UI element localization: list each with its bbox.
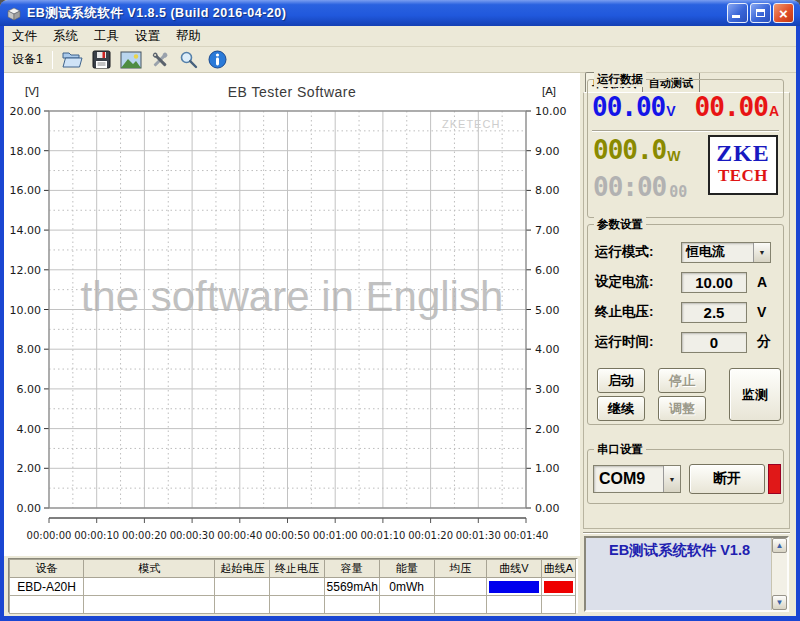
run-time-row: 运行时间: 0 分	[595, 331, 778, 353]
table-cell	[434, 578, 486, 596]
monitor-button[interactable]: 监测	[729, 368, 781, 421]
menu-system[interactable]: 系统	[45, 26, 86, 47]
chevron-down-icon[interactable]: ▼	[753, 243, 770, 262]
curve-color-swatch	[544, 581, 573, 593]
menu-tools[interactable]: 工具	[86, 26, 127, 47]
y-left-tick-label: 4.00	[17, 423, 42, 436]
x-tick-label: 00:00:50	[265, 530, 310, 541]
table-cell	[324, 596, 379, 614]
table-cell	[84, 578, 215, 596]
table-header-cell: 模式	[84, 560, 215, 578]
params-caption: 参数设置	[594, 217, 646, 232]
mode-row: 运行模式: 恒电流 ▼	[595, 241, 778, 263]
y-right-tick-label: 10.00	[535, 105, 567, 118]
com-port-value: COM9	[594, 470, 663, 488]
time-display: 00:0000	[593, 173, 687, 201]
set-current-row: 设定电流: 10.00 A	[595, 271, 778, 293]
table-header-cell: 能量	[379, 560, 434, 578]
menu-help[interactable]: 帮助	[168, 26, 209, 47]
scroll-up-icon[interactable]: ▲	[772, 538, 787, 553]
maximize-button[interactable]	[750, 3, 771, 23]
table-cell: 5569mAh	[324, 578, 379, 596]
x-tick-label: 00:00:40	[217, 530, 262, 541]
info-icon[interactable]	[207, 49, 229, 70]
y-right-tick-label: 3.00	[535, 383, 560, 396]
adjust-button[interactable]: 调整	[658, 396, 706, 421]
table-row[interactable]	[10, 596, 576, 614]
current-digits: 00.00	[695, 92, 768, 122]
app-icon	[6, 5, 22, 21]
power-digits: 000.0	[593, 136, 666, 164]
serial-caption: 串口设置	[594, 442, 646, 457]
y-left-tick-label: 0.00	[17, 502, 42, 515]
start-button[interactable]: 启动	[597, 368, 645, 393]
close-icon: ×	[779, 6, 788, 21]
cutoff-voltage-row: 终止电压: 2.5 V	[595, 301, 778, 323]
window-title: EB测试系统软件 V1.8.5 (Build 2016-04-20)	[27, 5, 286, 22]
table-cell	[486, 596, 541, 614]
close-button[interactable]: ×	[773, 3, 794, 23]
voltage-current-row: 00.00V 00.00A	[592, 93, 779, 121]
y-left-tick-label: 14.00	[10, 224, 42, 237]
device-table: 设备模式起始电压终止电压容量能量均压曲线V曲线AEBD-A20H5569mAh0…	[9, 559, 576, 614]
chevron-down-icon[interactable]: ▼	[663, 466, 680, 492]
table-header-cell: 设备	[10, 560, 84, 578]
cutoff-voltage-unit: V	[757, 304, 766, 320]
logo-tech-text: TECH	[710, 166, 776, 186]
info-scrollbar[interactable]: ▲ ▼	[771, 538, 787, 610]
y-right-tick-label: 4.00	[535, 343, 560, 356]
set-current-input[interactable]: 10.00	[681, 272, 747, 293]
minimize-button[interactable]	[727, 3, 748, 23]
disconnect-button[interactable]: 断开	[689, 464, 765, 494]
continue-button[interactable]: 继续	[597, 396, 645, 421]
table-cell	[434, 596, 486, 614]
table-cell	[84, 596, 215, 614]
x-tick-label: 00:00:10	[74, 530, 119, 541]
device-label: 设备1	[12, 51, 43, 68]
info-text: EB测试系统软件 V1.8	[592, 541, 767, 560]
table-cell	[541, 596, 575, 614]
set-current-unit: A	[757, 274, 767, 290]
time-small-digits: 00	[669, 183, 687, 201]
table-row[interactable]: EBD-A20H5569mAh0mWh	[10, 578, 576, 596]
table-cell	[379, 596, 434, 614]
right-panel: 单次测试 自动测试 运行数据 00.00V 00.00A 000.0W 00:0…	[583, 73, 792, 613]
current-unit: A	[769, 103, 779, 119]
table-cell	[270, 596, 324, 614]
table-cell	[215, 596, 270, 614]
x-tick-label: 00:01:00	[313, 530, 358, 541]
run-data-caption: 运行数据	[594, 72, 646, 87]
minimize-icon	[732, 15, 740, 18]
params-group: 参数设置 运行模式: 恒电流 ▼ 设定电流: 10.00 A 终止电压: 2.5…	[587, 224, 784, 425]
y-left-tick-label: 2.00	[17, 462, 42, 475]
run-data-group: 运行数据 00.00V 00.00A 000.0W 00:0000 ZKE TE…	[587, 79, 784, 218]
cutoff-voltage-input[interactable]: 2.5	[681, 302, 747, 323]
run-data-divider	[592, 130, 779, 132]
voltage-unit: V	[666, 103, 675, 119]
mode-select[interactable]: 恒电流 ▼	[681, 242, 771, 263]
serial-group: 串口设置 COM9 ▼ 断开	[587, 449, 784, 504]
chart-panel: EB Tester Software [V] [A] 00:00:0000:00…	[4, 73, 580, 556]
menu-file[interactable]: 文件	[4, 26, 45, 47]
table-cell	[215, 578, 270, 596]
voltage-display: 00.00V	[592, 93, 676, 121]
stop-button[interactable]: 停止	[658, 368, 706, 393]
run-time-input[interactable]: 0	[681, 332, 747, 353]
power-display: 000.0W	[593, 136, 681, 164]
menu-settings[interactable]: 设置	[127, 26, 168, 47]
power-unit: W	[667, 148, 680, 164]
table-cell: 0mWh	[379, 578, 434, 596]
scroll-down-icon[interactable]: ▼	[772, 595, 787, 610]
save-icon[interactable]	[91, 49, 113, 70]
open-folder-icon[interactable]	[62, 49, 84, 70]
x-tick-label: 00:00:00	[27, 530, 72, 541]
toolbar: 设备1	[4, 47, 796, 73]
run-time-label: 运行时间:	[595, 333, 654, 351]
zke-tech-logo: ZKE TECH	[708, 135, 778, 195]
com-port-select[interactable]: COM9 ▼	[593, 465, 681, 493]
image-icon[interactable]	[120, 49, 142, 70]
search-icon[interactable]	[178, 49, 200, 70]
y-right-tick-label: 7.00	[535, 224, 560, 237]
x-tick-label: 00:01:20	[408, 530, 453, 541]
tools-icon[interactable]	[149, 49, 171, 70]
